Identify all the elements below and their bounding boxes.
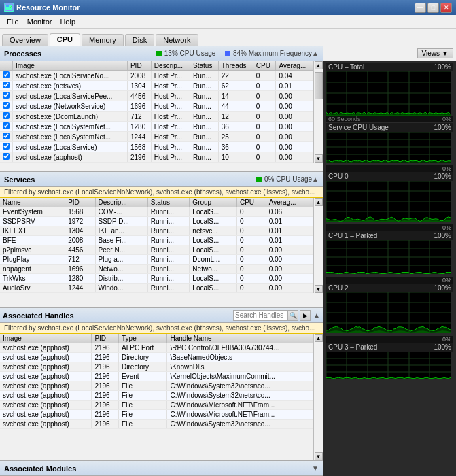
col-check[interactable]: [0, 61, 13, 71]
process-image: svchost.exe (LocalSystemNet...: [13, 122, 128, 132]
process-checkbox[interactable]: [3, 133, 10, 139]
svc-col-pid[interactable]: PID: [65, 198, 95, 207]
svc-cpu: 0: [236, 236, 266, 245]
table-row[interactable]: svchost.exe (LocalSystemNet... 1244 Host…: [0, 132, 313, 142]
table-row[interactable]: svchost.exe (NetworkService) 1696 Host P…: [0, 101, 313, 112]
svc-scroll-up[interactable]: ▲: [315, 198, 323, 206]
table-row[interactable]: svchost.exe (apphost) 2196 File C:\Windo…: [0, 410, 313, 420]
processes-header[interactable]: Processes 13% CPU Usage 84% Maximum Freq…: [0, 46, 323, 61]
process-checkbox[interactable]: [3, 92, 10, 99]
cpu3-title: CPU 3 – Parked: [328, 343, 377, 351]
col-image[interactable]: Image: [13, 61, 128, 71]
table-row[interactable]: SSDPSRV 1972 SSDP D... Runni... LocalS..…: [0, 217, 313, 226]
table-row[interactable]: svchost.exe (apphost) 2196 File C:\Windo…: [0, 391, 313, 401]
table-row[interactable]: svchost.exe (apphost) 2196 File C:\Windo…: [0, 381, 313, 391]
table-row[interactable]: p2pimsvc 4456 Peer N... Runni... LocalS.…: [0, 245, 313, 255]
process-pid: 2196: [127, 152, 151, 163]
search-handles-input[interactable]: [233, 310, 287, 321]
tab-disk[interactable]: Disk: [125, 34, 154, 46]
scroll-up-btn[interactable]: ▲: [315, 61, 323, 69]
maximize-button[interactable]: □: [427, 3, 439, 13]
hdl-type: File: [119, 391, 167, 401]
scroll-thumb[interactable]: [315, 72, 323, 99]
handles-scrollbar[interactable]: ▲ ▼: [313, 334, 323, 460]
process-status: Run...: [190, 112, 219, 122]
tab-network[interactable]: Network: [156, 34, 198, 46]
svc-col-group[interactable]: Group: [190, 198, 237, 207]
services-scrollbar[interactable]: ▲ ▼: [313, 198, 323, 293]
col-desc[interactable]: Descrip...: [151, 61, 190, 71]
col-avg[interactable]: Averag...: [276, 61, 313, 71]
table-row[interactable]: svchost.exe (LocalService) 1568 Host Pr.…: [0, 142, 313, 152]
process-checkbox[interactable]: [3, 82, 10, 88]
table-row[interactable]: svchost.exe (apphost) 2196 Event \Kernel…: [0, 372, 313, 381]
table-row[interactable]: TrkWks 1280 Distrib... Runni... LocalS..…: [0, 274, 313, 284]
hdl-col-name[interactable]: Handle Name: [167, 334, 313, 343]
svc-col-desc[interactable]: Descrip...: [95, 198, 147, 207]
processes-scrollbar[interactable]: ▲ ▼: [313, 61, 323, 163]
table-row[interactable]: BFE 2008 Base Fi... Runni... LocalS... 0…: [0, 236, 313, 245]
close-button[interactable]: ✕: [440, 3, 452, 13]
views-button[interactable]: Views ▼: [417, 48, 453, 58]
table-row[interactable]: svchost.exe (apphost) 2196 Host Pr... Ru…: [0, 152, 313, 163]
svc-col-avg[interactable]: Averag...: [266, 198, 313, 207]
col-cpu[interactable]: CPU: [253, 61, 276, 71]
search-next-button[interactable]: ▶: [300, 310, 311, 321]
hdl-scroll-up[interactable]: ▲: [315, 334, 323, 342]
table-row[interactable]: EventSystem 1568 COM-... Runni... LocalS…: [0, 207, 313, 217]
tab-memory[interactable]: Memory: [82, 34, 124, 46]
svc-col-name[interactable]: Name: [0, 198, 65, 207]
table-row[interactable]: svchost.exe (apphost) 2196 File C:\Windo…: [0, 420, 313, 429]
search-button[interactable]: 🔍: [287, 310, 298, 321]
table-row[interactable]: svchost.exe (LocalServicePee... 4456 Hos…: [0, 91, 313, 101]
table-row[interactable]: svchost.exe (LocalServiceNo... 2008 Host…: [0, 71, 313, 81]
svc-desc: Windo...: [95, 284, 147, 293]
tab-cpu[interactable]: CPU: [50, 33, 80, 46]
menu-monitor[interactable]: Monitor: [23, 17, 56, 27]
hdl-col-pid[interactable]: PID: [92, 334, 119, 343]
table-row[interactable]: svchost.exe (DcomLaunch) 712 Host Pr... …: [0, 112, 313, 122]
services-header[interactable]: Services 0% CPU Usage ▲: [0, 172, 323, 187]
table-row[interactable]: svchost.exe (apphost) 2196 File C:\Windo…: [0, 401, 313, 410]
process-checkbox[interactable]: [3, 102, 10, 109]
table-row[interactable]: svchost.exe (apphost) 2196 Directory \Ba…: [0, 353, 313, 362]
table-row[interactable]: svchost.exe (apphost) 2196 Directory \Kn…: [0, 362, 313, 372]
table-row[interactable]: napagent 1696 Netwo... Runni... Netwo...…: [0, 265, 313, 274]
process-checkbox[interactable]: [3, 112, 10, 119]
table-row[interactable]: AudioSrv 1244 Windo... Runni... LocalS..…: [0, 284, 313, 293]
process-image: svchost.exe (LocalServicePee...: [13, 91, 128, 101]
scroll-down-btn[interactable]: ▼: [315, 154, 323, 163]
svc-scroll-down[interactable]: ▼: [315, 285, 323, 293]
process-checkbox[interactable]: [3, 143, 10, 150]
processes-expand-icon[interactable]: ▲: [312, 50, 319, 57]
handles-content: Image PID Type Handle Name svchost.exe (…: [0, 334, 313, 460]
svc-col-cpu[interactable]: CPU: [236, 198, 266, 207]
col-threads[interactable]: Threads: [218, 61, 253, 71]
modules-expand-icon[interactable]: ▼: [312, 464, 319, 472]
handles-expand-icon[interactable]: ▲: [313, 311, 320, 319]
table-row[interactable]: PlugPlay 712 Plug a... Runni... DcomL...…: [0, 255, 313, 265]
hdl-col-image[interactable]: Image: [0, 334, 92, 343]
process-checkbox[interactable]: [3, 71, 10, 78]
modules-header[interactable]: Associated Modules ▼: [0, 460, 323, 475]
hdl-scroll-down[interactable]: ▼: [315, 452, 323, 460]
menu-file[interactable]: File: [3, 17, 23, 27]
table-row[interactable]: IKEEXT 1304 IKE an... Runni... netsvc...…: [0, 226, 313, 236]
process-checkbox[interactable]: [3, 153, 10, 160]
col-pid[interactable]: PID: [127, 61, 151, 71]
hdl-col-type[interactable]: Type: [119, 334, 167, 343]
services-expand-icon[interactable]: ▲: [312, 175, 319, 183]
svc-col-status[interactable]: Status: [147, 198, 190, 207]
table-row[interactable]: svchost.exe (LocalSystemNet... 1280 Host…: [0, 122, 313, 132]
table-row[interactable]: svchost.exe (netsvcs) 1304 Host Pr... Ru…: [0, 81, 313, 91]
menu-help[interactable]: Help: [56, 17, 80, 27]
process-threads: 14: [218, 91, 253, 101]
tab-overview[interactable]: Overview: [2, 34, 48, 46]
table-row[interactable]: svchost.exe (apphost) 2196 ALPC Port \RP…: [0, 343, 313, 353]
minimize-button[interactable]: —: [415, 3, 426, 13]
process-pid: 4456: [127, 91, 151, 101]
col-status[interactable]: Status: [190, 61, 219, 71]
process-checkbox[interactable]: [3, 122, 10, 129]
svc-status: Runni...: [147, 226, 190, 236]
services-content: Name PID Descrip... Status Group CPU Ave…: [0, 198, 313, 293]
